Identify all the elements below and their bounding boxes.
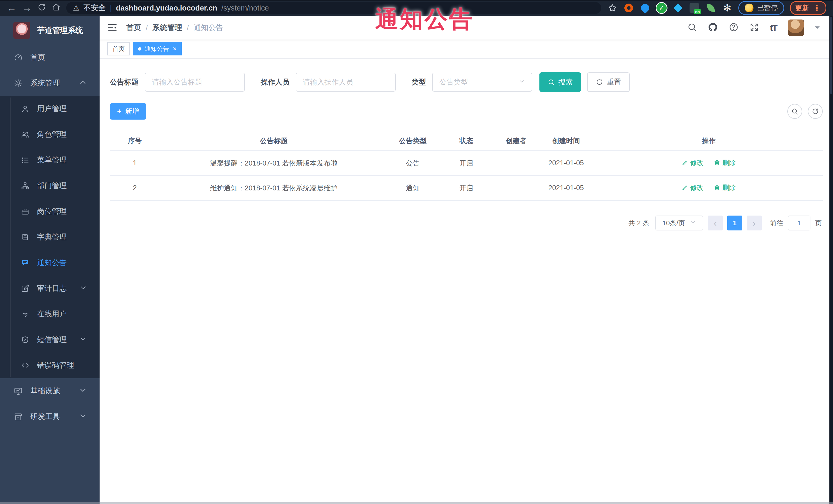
notice-title-input[interactable] <box>145 73 245 92</box>
system-submenu: 用户管理 角色管理 菜单管理 部门管理 <box>0 96 100 378</box>
sidebar-item-notice[interactable]: 通知公告 <box>0 250 100 275</box>
sidebar-item-home[interactable]: 首页 <box>0 45 100 70</box>
edit-log-icon <box>21 284 29 292</box>
sidebar-item-infrastructure[interactable]: 基础设施 <box>0 378 100 404</box>
extension-diamond-icon[interactable] <box>673 3 683 13</box>
sidebar-item-audit-log[interactable]: 审计日志 <box>0 275 100 301</box>
browser-reload-icon[interactable] <box>38 3 46 13</box>
trash-icon <box>714 184 720 191</box>
org-tree-icon <box>21 182 29 190</box>
reset-button[interactable]: 重置 <box>587 72 630 92</box>
plus-icon: + <box>117 107 122 116</box>
extension-sprout-icon[interactable] <box>706 3 716 13</box>
page-size-select[interactable]: 10条/页 <box>656 216 703 231</box>
sidebar-item-online-users[interactable]: 在线用户 <box>0 301 100 327</box>
tag-close-icon[interactable]: × <box>173 45 176 52</box>
extension-donut-icon[interactable] <box>623 3 634 13</box>
sidebar-item-departments[interactable]: 部门管理 <box>0 173 100 199</box>
delete-button[interactable]: 删除 <box>714 183 736 192</box>
sidebar-item-error-codes[interactable]: 错误码管理 <box>0 353 100 378</box>
notice-type-select[interactable]: 公告类型 <box>432 73 532 92</box>
breadcrumb: 首页 / 系统管理 / 通知公告 <box>126 23 223 33</box>
tags-view-bar: 首页 通知公告 × <box>100 40 833 58</box>
list-icon <box>21 156 29 164</box>
shield-check-icon <box>21 336 29 344</box>
avatar-caret-icon[interactable] <box>815 26 820 31</box>
browser-back-icon[interactable]: ← <box>7 3 17 13</box>
active-dot-icon <box>138 47 141 51</box>
breadcrumb-section[interactable]: 系统管理 <box>152 23 182 33</box>
url-path: /system/notice <box>221 4 269 12</box>
app-logo-avatar <box>13 22 30 39</box>
tag-notice-active[interactable]: 通知公告 × <box>133 42 182 55</box>
app-logo-row[interactable]: 芋道管理系统 <box>0 16 100 45</box>
bookmark-star-icon[interactable] <box>607 3 618 13</box>
page-scrollbar[interactable] <box>829 16 833 504</box>
browser-home-icon[interactable] <box>52 3 61 13</box>
search-button[interactable]: 搜索 <box>540 72 581 92</box>
sidebar-item-system[interactable]: 系统管理 <box>0 70 100 96</box>
sidebar-collapse-icon[interactable] <box>107 23 118 33</box>
tag-home[interactable]: 首页 <box>107 42 130 55</box>
chevron-down-icon <box>78 412 87 422</box>
operator-label: 操作人员 <box>261 77 289 87</box>
browser-update-button[interactable]: 更新 ⋮ <box>790 1 826 15</box>
extension-flower-icon[interactable]: ✻ <box>722 3 733 13</box>
operator-input[interactable] <box>295 73 396 92</box>
header-search-icon[interactable] <box>687 22 697 33</box>
breadcrumb-home[interactable]: 首页 <box>126 23 141 33</box>
window-bottom-edge <box>0 502 833 504</box>
page-content: 公告标题 操作人员 类型 公告类型 <box>100 58 833 504</box>
extension-green-icon[interactable]: ✓ <box>656 3 667 13</box>
fullscreen-icon[interactable] <box>749 22 759 33</box>
github-icon[interactable] <box>708 22 718 33</box>
extension-switch-icon[interactable]: on <box>689 3 700 13</box>
online-users-icon <box>21 310 29 318</box>
sidebar-item-roles[interactable]: 角色管理 <box>0 122 100 147</box>
delete-button[interactable]: 删除 <box>714 158 736 167</box>
add-button[interactable]: + 新增 <box>110 103 146 120</box>
refresh-icon <box>812 108 819 115</box>
address-bar[interactable]: ⚠ 不安全 | dashboard.yudao.iocoder.cn /syst… <box>66 2 601 14</box>
edit-button[interactable]: 修改 <box>682 183 704 192</box>
font-size-icon[interactable]: tT <box>770 23 777 33</box>
goto-page-input[interactable] <box>788 216 810 231</box>
toggle-search-button[interactable] <box>787 104 802 119</box>
prev-page-button[interactable]: ‹ <box>708 216 723 231</box>
screen: ← → ⚠ 不安全 | dashboard.yudao.iocoder.cn /… <box>0 0 833 504</box>
profile-paused-badge[interactable]: 已暂停 <box>738 1 784 15</box>
next-page-button[interactable]: › <box>747 216 762 231</box>
annotation-watermark: 通知公告 <box>375 4 474 35</box>
search-icon <box>548 78 555 86</box>
app-title: 芋道管理系统 <box>37 25 83 36</box>
sidebar-item-sms[interactable]: 短信管理 <box>0 327 100 353</box>
sidebar-item-dev-tools[interactable]: 研发工具 <box>0 404 100 430</box>
sidebar-item-posts[interactable]: 岗位管理 <box>0 199 100 224</box>
chevron-down-icon <box>690 219 696 227</box>
book-icon <box>21 233 29 241</box>
main-area: 首页 / 系统管理 / 通知公告 <box>100 16 833 504</box>
sidebar-item-menus[interactable]: 菜单管理 <box>0 147 100 173</box>
goto-label: 前往 <box>770 219 783 227</box>
message-bubble-icon <box>21 259 29 267</box>
table-header-row: 序号 公告标题 公告类型 状态 创建者 创建时间 操作 <box>110 131 823 151</box>
pencil-icon <box>682 159 688 166</box>
user-avatar[interactable] <box>788 20 804 36</box>
smiley-emoji-icon <box>745 4 754 12</box>
browser-menu-kebab-icon[interactable]: ⋮ <box>813 3 821 13</box>
refresh-table-button[interactable] <box>808 104 823 119</box>
toolbox-icon <box>14 412 23 421</box>
breadcrumb-current: 通知公告 <box>193 23 223 33</box>
current-page-button[interactable]: 1 <box>727 216 742 231</box>
pencil-icon <box>682 184 688 191</box>
help-icon[interactable] <box>729 22 739 33</box>
extension-pin-icon[interactable] <box>640 3 650 13</box>
page-unit-label: 页 <box>815 219 822 227</box>
search-icon <box>791 108 799 115</box>
sidebar-item-users[interactable]: 用户管理 <box>0 96 100 122</box>
sidebar-item-dictionary[interactable]: 字典管理 <box>0 224 100 250</box>
gear-icon <box>14 79 23 88</box>
browser-forward-icon[interactable]: → <box>22 3 32 13</box>
users-group-icon <box>21 130 29 139</box>
edit-button[interactable]: 修改 <box>682 158 704 167</box>
